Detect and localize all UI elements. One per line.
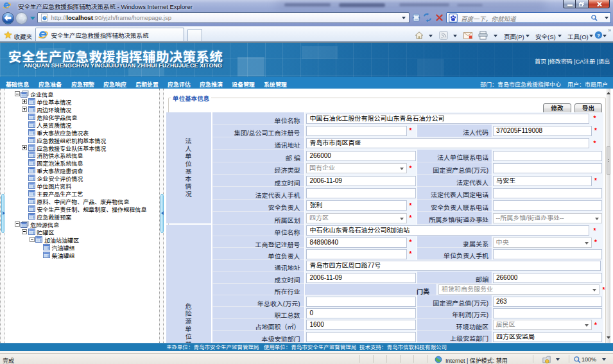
svg-text:?: ? [597,32,600,38]
